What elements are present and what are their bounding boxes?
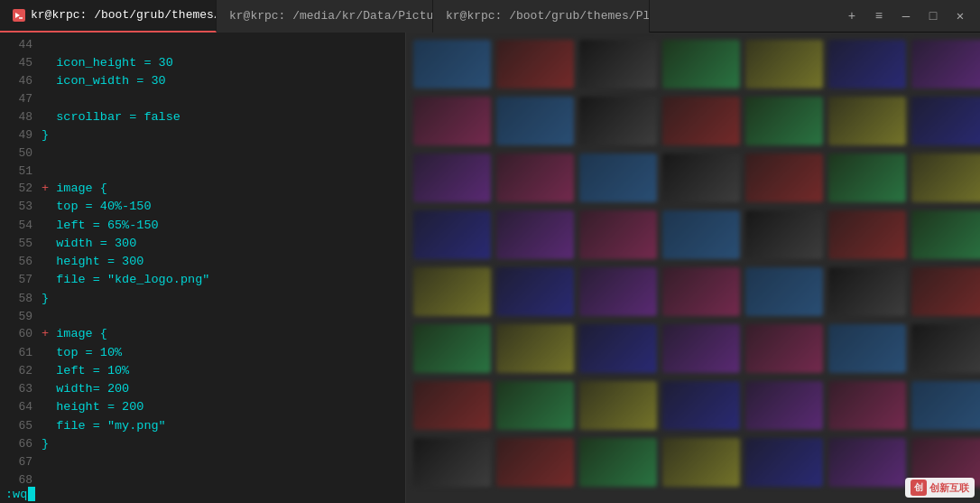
terminal-line: 65 file = "my.png" [0, 417, 405, 435]
thumbnail [662, 97, 740, 145]
list-item[interactable] [911, 381, 980, 433]
list-item[interactable] [413, 97, 491, 148]
list-item[interactable] [745, 267, 823, 319]
list-item[interactable] [911, 40, 980, 91]
line-content: left = 10% [42, 362, 129, 380]
list-item[interactable] [579, 40, 657, 91]
thumbnail [579, 438, 657, 487]
list-item[interactable] [745, 40, 823, 91]
list-item[interactable] [828, 97, 906, 148]
tab-1-label: kr@krpc: /boot/grub/themes/Plas [31, 8, 217, 22]
cursor [28, 487, 35, 501]
list-item[interactable] [413, 324, 491, 376]
thumbnail [745, 210, 823, 259]
list-item[interactable] [496, 40, 574, 91]
line-content: icon_height = 30 [42, 54, 173, 72]
minimize-button[interactable]: — [893, 4, 919, 29]
list-item[interactable] [662, 324, 740, 376]
list-item[interactable] [745, 210, 823, 262]
list-item[interactable] [745, 438, 823, 489]
list-item[interactable] [745, 381, 823, 433]
list-item[interactable] [911, 210, 980, 262]
tab-3[interactable]: kr@krpc: /boot/grub/themes/Plas [433, 0, 650, 33]
list-item[interactable] [413, 267, 491, 319]
thumbnail [745, 154, 823, 202]
list-item[interactable] [745, 154, 823, 205]
list-item[interactable] [745, 324, 823, 376]
terminal-line: 62 left = 10% [0, 362, 405, 380]
command-bar[interactable]: :wq [0, 485, 405, 503]
list-item[interactable] [496, 324, 574, 376]
svg-marker-0 [15, 13, 20, 18]
line-content: + image { [42, 180, 107, 198]
thumbnail [413, 97, 491, 145]
line-content: + image { [42, 325, 107, 343]
terminal-line: 45 icon_height = 30 [0, 54, 405, 72]
list-item[interactable] [662, 154, 740, 205]
thumbnail [579, 154, 657, 202]
list-item[interactable] [496, 210, 574, 262]
list-item[interactable] [911, 97, 980, 148]
list-item[interactable] [745, 97, 823, 148]
list-item[interactable] [662, 210, 740, 262]
terminal-lines: 4445 icon_height = 3046 icon_width = 304… [0, 36, 405, 489]
list-item[interactable] [579, 438, 657, 489]
menu-button[interactable]: ≡ [866, 4, 892, 29]
watermark-text: 创新互联 [929, 481, 969, 495]
terminal-line: 64 height = 200 [0, 398, 405, 416]
terminal-line: 67 [0, 453, 405, 471]
terminal-line: 48 scrollbar = false [0, 108, 405, 126]
thumbnail [911, 324, 980, 373]
list-item[interactable] [579, 324, 657, 376]
list-item[interactable] [911, 324, 980, 376]
list-item[interactable] [579, 154, 657, 205]
list-item[interactable] [496, 154, 574, 205]
tab-2-label: kr@krpc: /media/kr/Data/Pictu [229, 9, 433, 23]
thumbnail [579, 210, 657, 259]
thumbnail [662, 154, 740, 202]
line-number: 64 [4, 398, 32, 416]
list-item[interactable] [579, 381, 657, 433]
maximize-button[interactable]: □ [920, 4, 946, 29]
list-item[interactable] [828, 154, 906, 205]
list-item[interactable] [828, 267, 906, 319]
list-item[interactable] [496, 381, 574, 433]
list-item[interactable] [579, 97, 657, 148]
list-item[interactable] [828, 210, 906, 262]
list-item[interactable] [828, 324, 906, 376]
list-item[interactable] [911, 267, 980, 319]
thumbnail [662, 324, 740, 373]
list-item[interactable] [662, 438, 740, 489]
list-item[interactable] [496, 97, 574, 148]
list-item[interactable] [413, 381, 491, 433]
list-item[interactable] [413, 210, 491, 262]
list-item[interactable] [662, 97, 740, 148]
line-number: 57 [4, 271, 32, 289]
tab-2[interactable]: kr@krpc: /media/kr/Data/Pictu [217, 0, 433, 33]
new-tab-button[interactable]: + [839, 4, 864, 29]
close-button[interactable]: ✕ [948, 4, 973, 29]
list-item[interactable] [828, 40, 906, 91]
thumbnail [911, 97, 980, 145]
list-item[interactable] [579, 267, 657, 319]
list-item[interactable] [579, 210, 657, 262]
list-item[interactable] [496, 267, 574, 319]
list-item[interactable] [828, 438, 906, 489]
watermark-icon: 创 [911, 480, 927, 496]
line-number: 55 [4, 235, 32, 253]
list-item[interactable] [413, 438, 491, 489]
list-item[interactable] [413, 40, 491, 91]
terminal-line: 49} [0, 126, 405, 144]
tab-1[interactable]: kr@krpc: /boot/grub/themes/Plas [0, 0, 217, 33]
list-item[interactable] [496, 438, 574, 489]
thumbnail [911, 210, 980, 259]
line-number: 45 [4, 54, 32, 72]
terminal-line: 44 [0, 36, 405, 54]
list-item[interactable] [662, 40, 740, 91]
list-item[interactable] [413, 154, 491, 205]
list-item[interactable] [662, 267, 740, 319]
line-number: 66 [4, 435, 32, 453]
list-item[interactable] [662, 381, 740, 433]
list-item[interactable] [828, 381, 906, 433]
list-item[interactable] [911, 154, 980, 205]
